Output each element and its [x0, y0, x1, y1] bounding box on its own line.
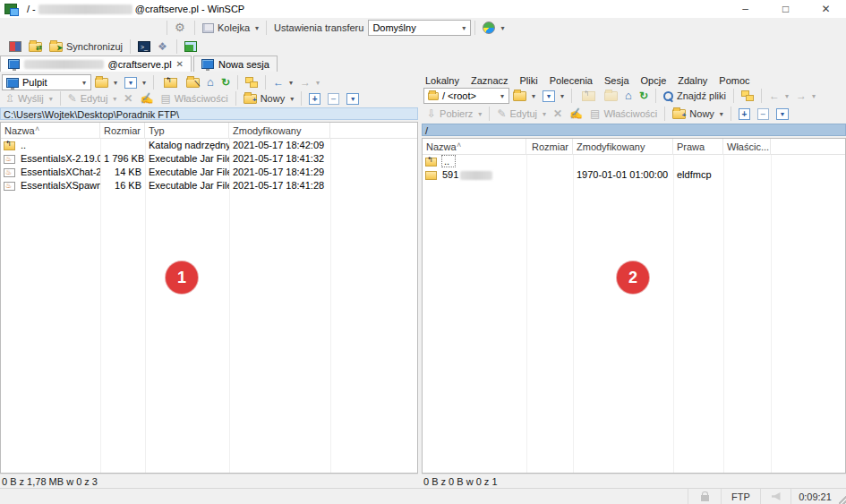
rename-icon: ✍: [140, 93, 153, 104]
open-console-button[interactable]: >_: [134, 39, 154, 54]
session-tab-bar: @craftserve.pl ✕ Nowa sesja: [0, 56, 846, 72]
column-header-modified[interactable]: Zmodyfikowany: [229, 123, 330, 139]
remote-home-directory-button[interactable]: ⌂: [621, 89, 636, 103]
local-path-bar[interactable]: C:\Users\Wojtek\Desktop\Poradnik FTP\: [0, 107, 418, 120]
close-tab-icon[interactable]: ✕: [176, 59, 184, 69]
upload-button[interactable]: ⇫ Wyślij: [2, 91, 56, 106]
compare-directories-button[interactable]: [5, 39, 25, 54]
remote-directory-tree-button[interactable]: [738, 89, 757, 103]
remote-filter-button[interactable]: ▼: [539, 89, 568, 104]
queue-button[interactable]: Kolejka: [199, 21, 262, 35]
local-filter-button[interactable]: ▼: [121, 75, 150, 90]
remote-forward-button[interactable]: →: [792, 88, 819, 104]
menu-item-lokalny[interactable]: Lokalny: [425, 75, 459, 86]
remote-nav-toolbar: / <root> ▾ ▼ ⌂ ↻ Znajdź pliki ←: [422, 88, 846, 104]
file-name: 591: [442, 168, 458, 182]
remote-root-directory-button[interactable]: [601, 90, 621, 103]
table-row[interactable]: EssentialsXChat-2.19.... 14 KB Executabl…: [1, 166, 417, 179]
table-row[interactable]: EssentialsX-2.19.0-de... 1 796 KB Execut…: [1, 152, 417, 166]
local-filter-toggle-button[interactable]: ▼: [343, 91, 363, 107]
column-header-owner[interactable]: Właścic...: [723, 139, 771, 155]
local-rename-button[interactable]: ✍: [136, 91, 157, 106]
remote-new-label: Nowy: [689, 108, 714, 119]
explorer-style-button[interactable]: [479, 20, 508, 36]
remote-drive-combo[interactable]: / <root> ▾: [423, 88, 509, 104]
transfer-preset-combo[interactable]: Domyślny ▾: [368, 20, 471, 36]
remote-parent-directory-button[interactable]: [576, 90, 601, 103]
preferences-button[interactable]: ⚙: [171, 20, 191, 36]
maximize-button[interactable]: □: [765, 0, 806, 18]
column-header-size[interactable]: Rozmiar: [526, 139, 573, 155]
show-hide-panels-button[interactable]: [181, 39, 201, 54]
column-header-name[interactable]: Nazwa: [1, 123, 100, 139]
menu-item-pliki[interactable]: Pliki: [520, 75, 538, 86]
find-files-button[interactable]: Znajdź pliki: [660, 89, 730, 103]
local-properties-button[interactable]: ▤ Właściwości: [157, 91, 231, 106]
file-size: 16 KB: [100, 179, 145, 192]
session-tab-active[interactable]: @craftserve.pl ✕: [0, 56, 192, 72]
menu-item-pomoc[interactable]: Pomoc: [719, 75, 749, 86]
column-header-type[interactable]: Typ: [145, 123, 229, 139]
protocol-label: FTP: [721, 489, 760, 504]
menu-item-polecenia[interactable]: Polecenia: [550, 75, 593, 86]
local-refresh-button[interactable]: ↻: [218, 75, 234, 90]
column-header-name[interactable]: Nazwa: [423, 139, 526, 155]
minimize-button[interactable]: –: [725, 0, 765, 18]
synchronize-button[interactable]: ➤ Synchronizuj: [46, 39, 126, 54]
lock-icon: [701, 495, 709, 501]
remote-open-directory-button[interactable]: [509, 90, 539, 103]
local-delete-button[interactable]: ✕: [120, 90, 136, 107]
local-collapse-button[interactable]: −: [324, 91, 343, 107]
menu-item-zaznacz[interactable]: Zaznacz: [471, 75, 508, 86]
remote-delete-button[interactable]: ✕: [550, 106, 566, 122]
remote-refresh-button[interactable]: ↻: [636, 89, 652, 103]
local-new-button[interactable]: + Nowy: [240, 91, 298, 106]
sync-browsing-button[interactable]: ⇄: [25, 40, 46, 54]
remote-properties-button[interactable]: ▤ Właściwości: [586, 107, 661, 121]
column-header-modified[interactable]: Zmodyfikowany: [573, 139, 673, 155]
local-properties-label: Właściwości: [175, 93, 228, 104]
local-root-directory-button[interactable]: ⟍: [183, 76, 203, 90]
local-parent-directory-button[interactable]: [158, 76, 183, 90]
local-open-directory-button[interactable]: [91, 76, 121, 90]
upload-icon: ⇫: [5, 93, 14, 104]
remote-path-bar[interactable]: /: [422, 124, 846, 136]
remote-rename-button[interactable]: ✍: [566, 107, 586, 121]
remote-filter-toggle-button[interactable]: ▼: [773, 107, 792, 122]
table-row[interactable]: ..: [423, 155, 845, 168]
local-directory-tree-button[interactable]: [242, 75, 261, 90]
column-header-rights[interactable]: Prawa: [673, 139, 723, 155]
remote-back-button[interactable]: ←: [765, 88, 792, 104]
parent-directory-icon: [164, 78, 177, 88]
column-header-size[interactable]: Rozmiar: [100, 123, 145, 139]
local-drive-combo[interactable]: Pulpit ▾: [2, 74, 91, 90]
menu-item-sesja[interactable]: Sesja: [604, 75, 629, 86]
local-expand-button[interactable]: +: [305, 91, 324, 107]
local-edit-button[interactable]: ✎ Edytuj: [64, 91, 121, 106]
remote-edit-button[interactable]: ✎ Edytuj: [493, 107, 550, 121]
close-button[interactable]: ✕: [806, 0, 846, 18]
resize-grip[interactable]: [839, 489, 846, 504]
file-type: Executable Jar File: [145, 152, 229, 166]
addons-button[interactable]: ❖: [154, 39, 173, 54]
menu-item-zdalny[interactable]: Zdalny: [678, 75, 707, 86]
file-modified: 2021-05-17 18:41:32: [229, 152, 330, 166]
local-forward-button[interactable]: →: [296, 74, 323, 90]
local-back-button[interactable]: ←: [269, 74, 296, 90]
session-time: 0:09:21: [790, 489, 839, 504]
local-home-directory-button[interactable]: ⌂: [203, 75, 218, 90]
new-session-tab[interactable]: Nowa sesja: [193, 56, 278, 72]
remote-expand-button[interactable]: +: [735, 107, 754, 122]
table-row[interactable]: .. Katalog nadrzędny 2021-05-17 18:42:09: [1, 139, 417, 152]
title-suffix: @craftserve.pl - WinSCP: [135, 4, 244, 14]
remote-collapse-button[interactable]: −: [754, 107, 773, 122]
remote-edit-label: Edytuj: [509, 108, 537, 119]
back-arrow-icon: ←: [273, 76, 284, 89]
new-folder-icon: +: [244, 94, 257, 104]
download-button[interactable]: ⇩ Pobierz: [423, 107, 485, 121]
table-row[interactable]: 591 1970-01-01 01:00:00 eldfmcp: [423, 168, 845, 182]
menu-item-opcje[interactable]: Opcje: [641, 75, 667, 86]
table-row[interactable]: EssentialsXSpawn-2.1... 16 KB Executable…: [1, 179, 417, 192]
remote-new-button[interactable]: + Nowy: [669, 107, 727, 121]
minus-icon: −: [757, 108, 769, 120]
